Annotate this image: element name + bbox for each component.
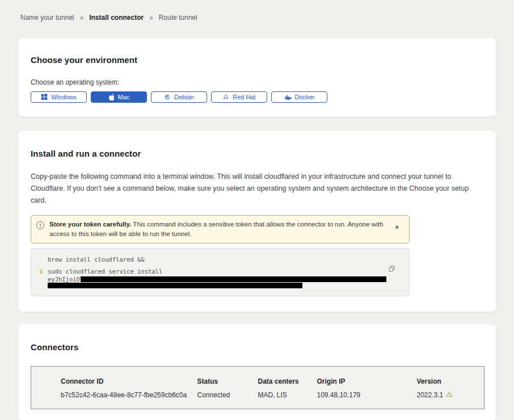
column-header-version: Version <box>417 367 484 388</box>
redacted-token-bar <box>81 276 386 282</box>
connectors-table-header-row: Connector ID Status Data centers Origin … <box>31 367 484 388</box>
version-warning-icon <box>446 391 453 399</box>
redacted-token-bar <box>48 283 302 288</box>
apple-icon <box>108 94 115 101</box>
connectors-card-title: Connectors <box>31 342 483 352</box>
install-card: Install and run a connector Copy-paste t… <box>18 130 496 312</box>
token-warning-text: Store your token carefully. This command… <box>49 220 395 239</box>
connectors-card: Connectors Connector ID Status Data cent… <box>18 324 496 420</box>
breadcrumb: Name your tunnel > Install connector > R… <box>0 0 514 22</box>
windows-icon <box>41 94 48 100</box>
redhat-icon <box>222 94 229 100</box>
connectors-table: Connector ID Status Data centers Origin … <box>31 366 484 409</box>
docker-icon <box>284 94 292 100</box>
code-line-brew: brew install cloudflared && <box>48 256 386 263</box>
column-header-status: Status <box>197 367 258 388</box>
install-card-title: Install and run a connector <box>31 149 483 158</box>
os-button-label: Docker <box>295 94 315 100</box>
token-warning-title: Store your token carefully. <box>49 221 131 228</box>
table-row: b7c52c42-6caa-48ee-8c77-fbe259cb6c0a Con… <box>31 387 484 409</box>
debian-icon <box>164 94 171 100</box>
column-header-origin-ip: Origin IP <box>317 367 417 388</box>
os-button-label: Windows <box>51 94 77 100</box>
token-warning-banner: ! Store your token carefully. This comma… <box>31 215 410 243</box>
install-description: Copy-paste the following command into a … <box>31 171 482 207</box>
alert-circle-icon: ! <box>36 221 44 229</box>
os-button-mac[interactable]: Mac <box>91 91 147 103</box>
version-value: 2022.3.1 <box>417 391 444 399</box>
environment-card: Choose your environment Choose an operat… <box>18 37 496 117</box>
copy-icon[interactable] <box>388 265 395 274</box>
breadcrumb-separator: > <box>149 14 153 21</box>
os-select-label: Choose an operating system: <box>31 78 483 86</box>
column-header-connector-id: Connector ID <box>31 367 197 388</box>
shell-prompt: $ <box>39 268 43 275</box>
install-command-codeblock[interactable]: brew install cloudflared && $ sudo cloud… <box>31 248 410 296</box>
os-button-label: Mac <box>118 94 130 100</box>
breadcrumb-route-tunnel[interactable]: Route tunnel <box>159 14 197 22</box>
code-command-text: sudo cloudflared service install <box>48 268 162 275</box>
column-header-data-centers: Data centers <box>258 367 317 388</box>
os-button-docker[interactable]: Docker <box>271 91 327 103</box>
os-button-windows[interactable]: Windows <box>31 91 87 103</box>
environment-card-title: Choose your environment <box>31 55 483 65</box>
os-button-label: Red Hat <box>233 94 255 100</box>
breadcrumb-separator: > <box>80 14 83 21</box>
close-icon[interactable]: × <box>395 224 399 230</box>
data-centers-value: MAD, LIS <box>258 387 317 409</box>
origin-ip-value: 109.48.10.179 <box>317 387 417 409</box>
breadcrumb-name-your-tunnel[interactable]: Name your tunnel <box>20 14 74 22</box>
version-value-cell: 2022.3.1 <box>417 387 484 409</box>
os-button-redhat[interactable]: Red Hat <box>211 91 267 103</box>
token-line: eyJhIjoiO <box>48 276 386 282</box>
connector-id-value: b7c52c42-6caa-48ee-8c77-fbe259cb6c0a <box>31 387 197 409</box>
os-button-label: Debian <box>174 94 194 100</box>
token-prefix: eyJhIjoiO <box>48 276 80 283</box>
code-line-service-install: $ sudo cloudflared service install <box>48 268 386 275</box>
status-badge: Connected <box>197 387 258 409</box>
breadcrumb-install-connector[interactable]: Install connector <box>89 14 144 22</box>
os-button-debian[interactable]: Debian <box>151 91 207 103</box>
os-button-group: Windows Mac Debian <box>31 91 483 103</box>
